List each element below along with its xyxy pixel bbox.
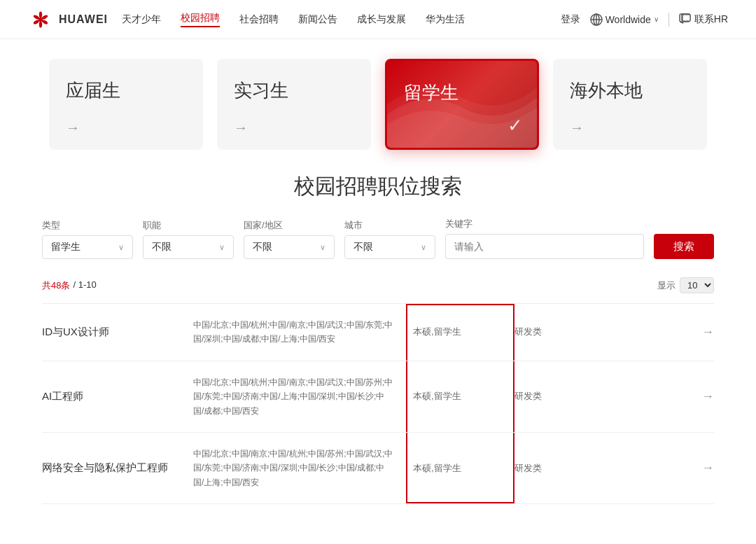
results-page: / 1-10 <box>73 279 96 292</box>
filter-type-select[interactable]: 留学生 ∨ <box>42 235 133 259</box>
category-title-intern: 实习生 <box>234 78 354 103</box>
job-row-1[interactable]: AI工程师 中国/北京;中国/杭州;中国/南京;中国/武汉;中国/苏州;中国/东… <box>42 361 714 433</box>
header-right: 登录 Worldwide ∨ 联系HR <box>561 13 728 27</box>
logo-text: HUAWEI <box>59 13 108 26</box>
huawei-logo-icon <box>28 10 53 29</box>
job-type-0: 本硕,留学生 <box>406 326 514 338</box>
filter-city-select[interactable]: 不限 ∨ <box>344 235 435 259</box>
job-row-0[interactable]: ID与UX设计师 中国/北京;中国/杭州;中国/南京;中国/武汉;中国/东莞;中… <box>42 304 714 361</box>
filter-region-group: 国家/地区 不限 ∨ <box>244 219 335 259</box>
job-name-0: ID与UX设计师 <box>42 326 182 339</box>
nav-item-campus[interactable]: 校园招聘 <box>181 12 220 27</box>
header: HUAWEI 天才少年 校园招聘 社会招聘 新闻公告 成长与发展 华为生活 登录… <box>0 0 756 39</box>
svg-rect-13 <box>682 15 690 21</box>
filter-func-value: 不限 <box>152 241 172 253</box>
logo[interactable]: HUAWEI <box>28 10 108 29</box>
nav-item-growth[interactable]: 成长与发展 <box>357 13 406 26</box>
category-card-graduates[interactable]: 应届生 → <box>49 59 203 150</box>
category-arrow-local: → <box>570 120 690 136</box>
results-count: 共48条 <box>42 279 70 292</box>
login-button[interactable]: 登录 <box>561 13 580 26</box>
job-row-2[interactable]: 网络安全与隐私保护工程师 中国/北京;中国/南京;中国/杭州;中国/苏州;中国/… <box>42 433 714 504</box>
filter-keyword-group: 关键字 <box>445 218 644 259</box>
job-locations-2: 中国/北京;中国/南京;中国/杭州;中国/苏州;中国/武汉;中国/东莞;中国/济… <box>182 447 406 489</box>
nav-item-life[interactable]: 华为生活 <box>426 13 465 26</box>
worldwide-chevron: ∨ <box>654 15 659 23</box>
results-section: 共48条 / 1-10 显示 10 20 50 ID与UX设计师 中国/北京;中… <box>0 266 756 504</box>
job-category-0: 研发类 <box>514 326 584 338</box>
display-label: 显示 <box>657 279 676 292</box>
worldwide-label: Worldwide <box>606 14 651 25</box>
filter-city-group: 城市 不限 ∨ <box>344 219 435 259</box>
category-title-overseas-student: 留学生 <box>404 81 520 105</box>
search-section: 校园招聘职位搜索 类型 留学生 ∨ 职能 不限 ∨ 国家/地区 不限 ∨ <box>0 161 756 266</box>
filter-type-group: 类型 留学生 ∨ <box>42 219 133 259</box>
filter-type-label: 类型 <box>42 219 133 232</box>
filter-func-select[interactable]: 不限 ∨ <box>143 235 234 259</box>
filter-city-chevron: ∨ <box>421 243 426 252</box>
keyword-input[interactable] <box>445 234 644 259</box>
filter-region-chevron: ∨ <box>320 243 326 252</box>
category-section: 应届生 → 实习生 → 留学生 ✓ 海外本地 → <box>0 39 756 161</box>
job-type-2: 本硕,留学生 <box>406 462 514 475</box>
category-card-intern[interactable]: 实习生 → <box>217 59 371 150</box>
contact-hr-label: 联系HR <box>694 13 728 26</box>
job-arrow-2: → <box>690 461 714 475</box>
job-category-1: 研发类 <box>514 390 584 403</box>
category-title-graduates: 应届生 <box>66 78 186 103</box>
worldwide-selector[interactable]: Worldwide ∨ <box>590 13 659 26</box>
filter-type-chevron: ∨ <box>118 243 124 252</box>
filter-region-select[interactable]: 不限 ∨ <box>244 235 335 259</box>
filter-city-value: 不限 <box>354 241 373 253</box>
search-filters: 类型 留学生 ∨ 职能 不限 ∨ 国家/地区 不限 ∨ 城市 不限 ∨ <box>42 218 714 259</box>
filter-region-label: 国家/地区 <box>244 219 335 232</box>
nav-item-talent[interactable]: 天才少年 <box>122 13 161 26</box>
job-name-1: AI工程师 <box>42 390 182 403</box>
filter-func-group: 职能 不限 ∨ <box>143 219 234 259</box>
filter-region-value: 不限 <box>253 241 272 253</box>
filter-func-label: 职能 <box>143 219 234 232</box>
search-button[interactable]: 搜索 <box>654 234 714 259</box>
category-title-local: 海外本地 <box>570 78 690 103</box>
category-card-local[interactable]: 海外本地 → <box>553 59 707 150</box>
card-check: ✓ <box>507 115 523 137</box>
globe-icon <box>590 13 603 26</box>
category-card-overseas[interactable]: 留学生 ✓ <box>385 59 539 150</box>
category-arrow-intern: → <box>234 120 354 136</box>
results-header: 共48条 / 1-10 显示 10 20 50 <box>42 277 714 293</box>
results-count-container: 共48条 / 1-10 <box>42 279 97 292</box>
main-nav: 天才少年 校园招聘 社会招聘 新闻公告 成长与发展 华为生活 <box>122 12 561 27</box>
job-name-2: 网络安全与隐私保护工程师 <box>42 461 182 475</box>
search-title: 校园招聘职位搜索 <box>42 172 714 201</box>
job-category-2: 研发类 <box>514 462 584 475</box>
job-type-1: 本硕,留学生 <box>406 390 514 403</box>
svg-point-4 <box>39 21 42 27</box>
contact-hr-button[interactable]: 联系HR <box>679 13 728 26</box>
filter-func-chevron: ∨ <box>219 243 225 252</box>
job-locations-1: 中国/北京;中国/杭州;中国/南京;中国/武汉;中国/苏州;中国/东莞;中国/济… <box>182 375 406 418</box>
nav-item-news[interactable]: 新闻公告 <box>298 13 337 26</box>
filter-city-label: 城市 <box>344 219 435 232</box>
job-arrow-0: → <box>690 325 714 340</box>
display-select[interactable]: 10 20 50 <box>680 277 714 293</box>
chat-icon <box>679 13 692 26</box>
header-divider <box>668 13 669 27</box>
nav-item-social[interactable]: 社会招聘 <box>239 13 279 26</box>
category-arrow-graduates: → <box>66 120 186 136</box>
display-control: 显示 10 20 50 <box>657 277 714 293</box>
filter-keyword-label: 关键字 <box>445 218 644 230</box>
job-list: ID与UX设计师 中国/北京;中国/杭州;中国/南京;中国/武汉;中国/东莞;中… <box>42 303 714 504</box>
job-locations-0: 中国/北京;中国/杭州;中国/南京;中国/武汉;中国/东莞;中国/深圳;中国/成… <box>182 318 406 347</box>
job-arrow-1: → <box>690 389 714 404</box>
svg-point-1 <box>39 11 42 18</box>
filter-type-value: 留学生 <box>51 241 80 253</box>
